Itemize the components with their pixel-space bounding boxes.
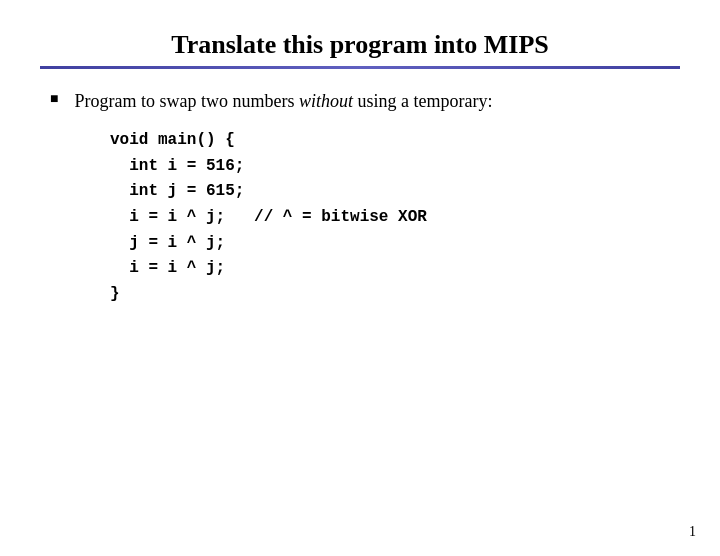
bullet-text-italic: without (299, 91, 353, 111)
content-area: ■ Program to swap two numbers without us… (40, 89, 680, 307)
code-line-4: i = i ^ j; // ^ = bitwise XOR (110, 205, 670, 231)
bullet-text: Program to swap two numbers without usin… (74, 89, 492, 114)
code-line-3: int j = 615; (110, 179, 670, 205)
code-line-1: void main() { (110, 128, 670, 154)
slide-container: Translate this program into MIPS ■ Progr… (0, 0, 720, 556)
code-line-2: int i = 516; (110, 154, 670, 180)
slide-title: Translate this program into MIPS (40, 30, 680, 60)
code-line-6: i = i ^ j; (110, 256, 670, 282)
bullet-item: ■ Program to swap two numbers without us… (50, 89, 670, 114)
code-line-7: } (110, 282, 670, 308)
title-underline (40, 66, 680, 69)
bullet-text-before: Program to swap two numbers (74, 91, 298, 111)
title-area: Translate this program into MIPS (40, 30, 680, 60)
bullet-text-after: using a temporary: (353, 91, 492, 111)
code-line-5: j = i ^ j; (110, 231, 670, 257)
bullet-icon: ■ (50, 91, 58, 107)
page-number: 1 (689, 524, 696, 540)
code-block: void main() { int i = 516; int j = 615; … (110, 128, 670, 307)
